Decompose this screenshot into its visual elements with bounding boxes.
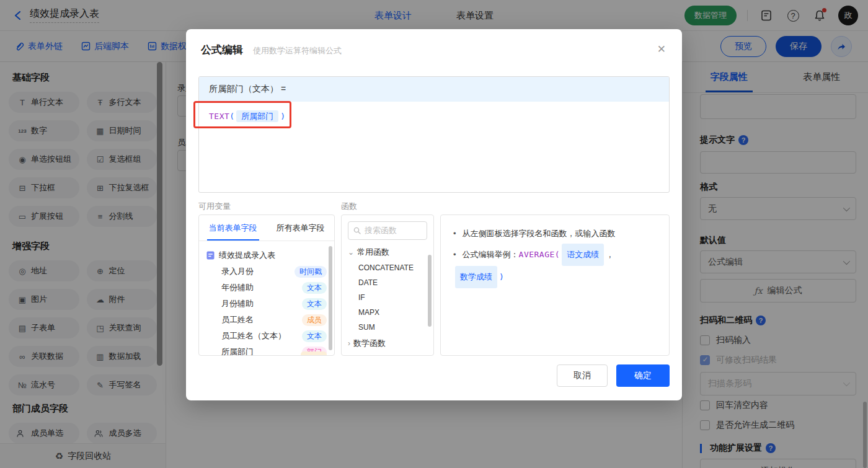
help-panel: • 从左侧面板选择字段名和函数，或输入函数 • 公式编辑举例： AVERAGE(… — [440, 214, 670, 356]
type-badge: 文本 — [302, 298, 327, 310]
variables-tree-root[interactable]: 绩效提成录入表 — [199, 247, 334, 263]
tab-current-form-fields[interactable]: 当前表单字段 — [199, 215, 267, 241]
app-root: 绩效提成录入表 表单设计 表单设置 数据管理 ? 政 表单外链 — [0, 0, 868, 468]
type-badge: 成员 — [302, 314, 327, 326]
variable-row[interactable]: 员工姓名成员 — [199, 312, 334, 328]
variable-row[interactable]: 录入月份时间戳 — [199, 263, 334, 280]
caret-down-icon: ⌄ — [348, 248, 354, 257]
example-function: AVERAGE( — [519, 245, 560, 265]
function-group-math[interactable]: › 数学函数 — [342, 335, 433, 351]
formula-field-chip[interactable]: 所属部门 — [236, 110, 278, 122]
tab-all-form-fields[interactable]: 所有表单字段 — [267, 215, 334, 241]
function-search-input[interactable]: 搜索函数 — [348, 221, 427, 240]
caret-right-icon: › — [348, 356, 350, 356]
formula-result-label: 所属部门（文本） = — [199, 77, 669, 102]
formula-editor: 所属部门（文本） = TEXT(所属部门) — [198, 76, 670, 193]
example-field-chip: 语文成绩 — [562, 244, 604, 266]
function-item-sum[interactable]: SUM — [342, 320, 433, 335]
function-group-common[interactable]: ⌄ 常用函数 — [342, 244, 433, 260]
modal-subtitle: 使用数学运算符编辑公式 — [253, 45, 342, 56]
confirm-button[interactable]: 确定 — [616, 364, 670, 387]
formula-edit-modal: 公式编辑 使用数学运算符编辑公式 ✕ 所属部门（文本） = TEXT(所属部门)… — [186, 29, 682, 400]
variable-row[interactable]: 月份辅助文本 — [199, 296, 334, 312]
formula-function-name: TEXT — [209, 112, 229, 121]
variable-badge-partial — [301, 351, 327, 356]
close-icon[interactable]: ✕ — [657, 43, 666, 56]
form-doc-icon — [206, 251, 215, 260]
variable-row[interactable]: 员工姓名（文本）文本 — [199, 328, 334, 344]
functions-scrollbar[interactable] — [428, 255, 432, 327]
function-group-text[interactable]: › 文本函数 — [342, 351, 433, 356]
variable-row[interactable]: 年份辅助文本 — [199, 280, 334, 296]
help-bullet-1: 从左侧面板选择字段名和函数，或输入函数 — [463, 224, 616, 244]
formula-input-area[interactable]: TEXT(所属部门) — [199, 102, 669, 131]
search-icon — [353, 227, 361, 234]
function-item-if[interactable]: IF — [342, 290, 433, 305]
function-item-concatenate[interactable]: CONCATENATE — [342, 260, 433, 275]
example-field-chip: 数学成绩 — [455, 266, 497, 288]
search-placeholder: 搜索函数 — [365, 225, 397, 236]
functions-label: 函数 — [341, 201, 357, 212]
type-badge: 文本 — [302, 282, 327, 294]
variables-panel: 当前表单字段 所有表单字段 绩效提成录入表 录入月份时间戳 年份辅助文本 月份辅… — [198, 214, 335, 356]
function-item-mapx[interactable]: MAPX — [342, 305, 433, 320]
variables-label: 可用变量 — [198, 201, 231, 212]
caret-right-icon: › — [348, 339, 350, 348]
cancel-button[interactable]: 取消 — [557, 364, 608, 387]
function-item-date[interactable]: DATE — [342, 275, 433, 290]
type-badge: 文本 — [302, 330, 327, 342]
variables-scrollbar[interactable] — [329, 246, 332, 350]
type-badge: 时间戳 — [294, 266, 327, 278]
help-bullet-2-prefix: 公式编辑举例： — [463, 245, 519, 265]
modal-title: 公式编辑 — [201, 43, 243, 57]
functions-panel: 搜索函数 ⌄ 常用函数 CONCATENATE DATE IF MAPX SUM… — [341, 214, 434, 356]
